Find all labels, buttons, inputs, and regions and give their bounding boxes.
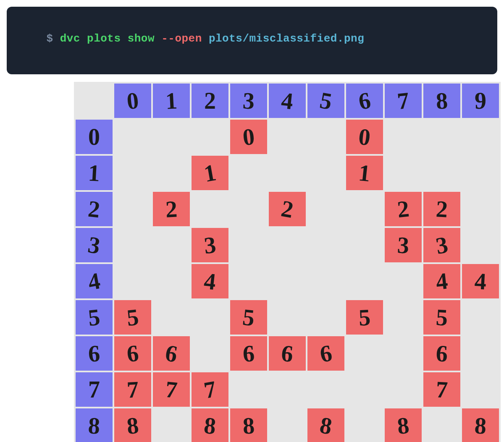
empty-cell-0-8 — [423, 120, 460, 154]
empty-cell-6-6 — [346, 336, 383, 371]
mis-cell-4-9: 4 — [462, 264, 499, 298]
mis-cell-6-8: 6 — [423, 336, 460, 371]
mis-cell-3-8: 3 — [423, 228, 460, 262]
empty-cell-2-5 — [307, 192, 344, 226]
col-header-glyph: 3 — [242, 89, 255, 112]
mis-cell-8-0: 8 — [114, 408, 151, 442]
row-header-3: 3 — [76, 228, 113, 262]
terminal-argument: plots/misclassified.png — [209, 32, 364, 45]
empty-cell-4-5 — [307, 264, 344, 298]
empty-cell-3-4 — [269, 228, 306, 262]
col-header-glyph: 2 — [204, 89, 216, 112]
mis-cell-6-1: 6 — [153, 336, 190, 371]
col-header-1: 1 — [153, 84, 190, 118]
empty-cell-0-0 — [114, 120, 151, 154]
mis-cell-8-9: 8 — [462, 408, 499, 442]
col-header-0: 0 — [114, 84, 151, 118]
mis-glyph: 0 — [357, 125, 372, 149]
mis-cell-0-6: 0 — [346, 120, 383, 154]
empty-cell-1-1 — [153, 156, 190, 190]
empty-cell-2-3 — [230, 192, 267, 226]
mis-cell-6-0: 6 — [114, 336, 151, 371]
mis-glyph: 4 — [435, 269, 449, 294]
empty-cell-3-6 — [346, 228, 383, 262]
empty-cell-4-3 — [230, 264, 267, 298]
empty-cell-0-1 — [153, 120, 190, 154]
mis-glyph: 6 — [280, 341, 294, 366]
terminal-flag: --open — [155, 32, 209, 45]
col-header-9: 9 — [462, 84, 499, 118]
col-header-glyph: 8 — [436, 89, 449, 112]
empty-cell-4-7 — [385, 264, 422, 298]
empty-cell-8-6 — [346, 408, 383, 442]
terminal: $ dvc plots show --open plots/misclassif… — [7, 7, 497, 74]
mis-cell-2-7: 2 — [385, 192, 422, 226]
empty-cell-5-2 — [192, 300, 228, 335]
mis-glyph: 7 — [436, 377, 449, 401]
mis-glyph: 7 — [126, 377, 139, 401]
mis-glyph: 8 — [203, 413, 217, 438]
mis-cell-5-6: 5 — [346, 300, 383, 335]
mis-glyph: 5 — [126, 305, 140, 330]
empty-cell-5-9 — [462, 300, 499, 335]
mis-cell-6-5: 6 — [307, 336, 344, 371]
empty-cell-0-5 — [307, 120, 344, 154]
row-header-1: 1 — [76, 156, 113, 190]
mis-cell-2-4: 2 — [269, 192, 306, 226]
empty-cell-7-5 — [307, 372, 344, 407]
row-header-5: 5 — [76, 300, 113, 335]
mis-glyph: 8 — [126, 413, 140, 438]
empty-cell-6-9 — [462, 336, 499, 371]
mis-glyph: 2 — [279, 196, 295, 222]
empty-cell-4-1 — [153, 264, 190, 298]
empty-cell-5-7 — [385, 300, 422, 335]
empty-cell-6-2 — [192, 336, 228, 371]
col-header-8: 8 — [423, 84, 460, 118]
terminal-prompt: $ — [46, 32, 60, 45]
empty-cell-0-2 — [192, 120, 228, 154]
mis-glyph: 8 — [242, 413, 255, 437]
empty-cell-7-7 — [385, 372, 422, 407]
row-header-glyph: 4 — [86, 269, 102, 294]
empty-cell-8-8 — [423, 408, 460, 442]
mis-glyph: 1 — [202, 160, 218, 186]
mis-glyph: 0 — [242, 125, 256, 149]
mis-glyph: 1 — [357, 161, 372, 186]
row-header-6: 6 — [76, 336, 113, 371]
row-header-glyph: 1 — [88, 161, 101, 185]
empty-cell-1-4 — [269, 156, 306, 190]
empty-cell-4-6 — [346, 264, 383, 298]
mis-glyph: 6 — [242, 341, 255, 365]
empty-cell-2-9 — [462, 192, 499, 226]
col-header-glyph: 6 — [357, 88, 372, 113]
empty-cell-5-1 — [153, 300, 190, 335]
mis-glyph: 6 — [436, 341, 449, 365]
empty-cell-7-9 — [462, 372, 499, 407]
col-header-5: 5 — [307, 84, 344, 118]
empty-cell-1-9 — [462, 156, 499, 190]
empty-cell-8-1 — [153, 408, 190, 442]
empty-cell-1-7 — [385, 156, 422, 190]
empty-cell-6-7 — [385, 336, 422, 371]
row-header-2: 2 — [76, 192, 113, 226]
empty-cell-3-1 — [153, 228, 190, 262]
mis-glyph: 5 — [242, 305, 256, 330]
empty-cell-4-4 — [269, 264, 306, 298]
empty-cell-5-5 — [307, 300, 344, 335]
mis-glyph: 8 — [396, 413, 410, 438]
empty-cell-2-2 — [192, 192, 228, 226]
mis-cell-6-3: 6 — [230, 336, 267, 371]
mis-glyph: 3 — [434, 233, 449, 258]
mis-cell-2-8: 2 — [423, 192, 460, 226]
mis-glyph: 6 — [163, 341, 179, 366]
mis-glyph: 2 — [396, 197, 410, 222]
mis-glyph: 6 — [126, 341, 140, 366]
mis-cell-0-3: 0 — [230, 120, 267, 154]
empty-cell-0-7 — [385, 120, 422, 154]
empty-cell-3-5 — [307, 228, 344, 262]
empty-cell-7-3 — [230, 372, 267, 407]
col-header-glyph: 7 — [396, 89, 410, 113]
row-header-glyph: 7 — [88, 378, 100, 401]
mis-glyph: 4 — [203, 269, 217, 294]
terminal-command: dvc plots show — [60, 32, 155, 45]
